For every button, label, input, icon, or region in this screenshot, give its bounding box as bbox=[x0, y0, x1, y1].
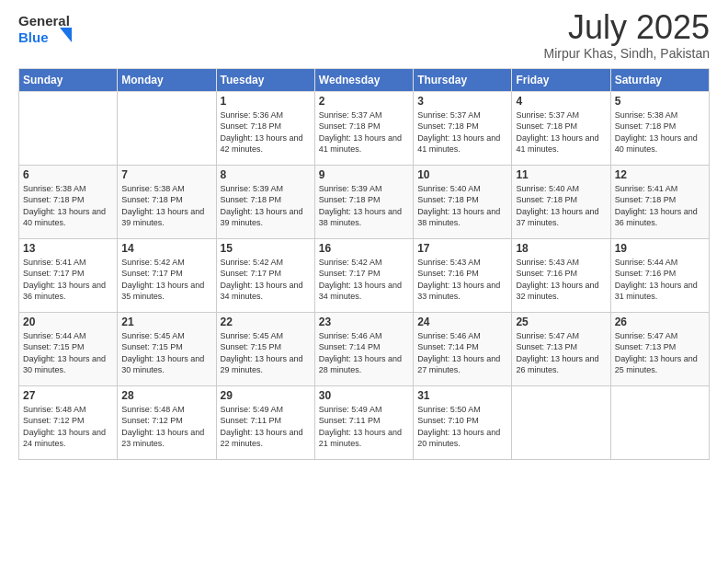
day-number: 22 bbox=[221, 316, 311, 328]
calendar-cell: 6Sunrise: 5:38 AM Sunset: 7:18 PM Daylig… bbox=[19, 165, 118, 238]
day-info: Sunrise: 5:45 AM Sunset: 7:15 PM Dayligh… bbox=[221, 330, 311, 376]
day-info: Sunrise: 5:38 AM Sunset: 7:18 PM Dayligh… bbox=[615, 109, 705, 155]
calendar-week-row: 20Sunrise: 5:44 AM Sunset: 7:15 PM Dayli… bbox=[19, 312, 710, 385]
calendar-cell bbox=[19, 91, 118, 165]
weekday-header: Saturday bbox=[610, 68, 709, 91]
calendar-week-row: 1Sunrise: 5:36 AM Sunset: 7:18 PM Daylig… bbox=[19, 91, 710, 165]
weekday-header: Wednesday bbox=[314, 68, 413, 91]
day-info: Sunrise: 5:38 AM Sunset: 7:18 PM Dayligh… bbox=[23, 183, 113, 229]
calendar-cell: 16Sunrise: 5:42 AM Sunset: 7:17 PM Dayli… bbox=[314, 238, 413, 312]
calendar-cell: 27Sunrise: 5:48 AM Sunset: 7:12 PM Dayli… bbox=[19, 385, 118, 459]
day-number: 27 bbox=[23, 389, 113, 402]
day-info: Sunrise: 5:46 AM Sunset: 7:14 PM Dayligh… bbox=[319, 330, 409, 376]
day-info: Sunrise: 5:42 AM Sunset: 7:17 PM Dayligh… bbox=[121, 257, 211, 303]
svg-text:General: General bbox=[18, 13, 70, 29]
weekday-header: Friday bbox=[512, 68, 610, 91]
logo: GeneralBlue bbox=[18, 9, 74, 46]
calendar-cell: 1Sunrise: 5:36 AM Sunset: 7:18 PM Daylig… bbox=[216, 91, 314, 165]
calendar-cell: 17Sunrise: 5:43 AM Sunset: 7:16 PM Dayli… bbox=[414, 238, 512, 312]
day-info: Sunrise: 5:41 AM Sunset: 7:17 PM Dayligh… bbox=[23, 257, 113, 303]
calendar-cell: 26Sunrise: 5:47 AM Sunset: 7:13 PM Dayli… bbox=[610, 312, 709, 385]
day-number: 8 bbox=[221, 168, 311, 181]
day-info: Sunrise: 5:42 AM Sunset: 7:17 PM Dayligh… bbox=[319, 257, 409, 303]
calendar-cell: 21Sunrise: 5:45 AM Sunset: 7:15 PM Dayli… bbox=[118, 312, 216, 385]
day-number: 15 bbox=[221, 242, 311, 255]
calendar-cell: 18Sunrise: 5:43 AM Sunset: 7:16 PM Dayli… bbox=[512, 238, 610, 312]
day-info: Sunrise: 5:44 AM Sunset: 7:16 PM Dayligh… bbox=[615, 257, 705, 303]
calendar-cell: 28Sunrise: 5:48 AM Sunset: 7:12 PM Dayli… bbox=[118, 385, 216, 459]
day-number: 21 bbox=[121, 316, 211, 328]
weekday-header: Tuesday bbox=[216, 68, 314, 91]
day-info: Sunrise: 5:47 AM Sunset: 7:13 PM Dayligh… bbox=[615, 330, 705, 376]
day-info: Sunrise: 5:41 AM Sunset: 7:18 PM Dayligh… bbox=[615, 183, 705, 229]
day-info: Sunrise: 5:38 AM Sunset: 7:18 PM Dayligh… bbox=[121, 183, 211, 229]
calendar-week-row: 13Sunrise: 5:41 AM Sunset: 7:17 PM Dayli… bbox=[19, 238, 710, 312]
calendar-cell: 8Sunrise: 5:39 AM Sunset: 7:18 PM Daylig… bbox=[216, 165, 314, 238]
day-number: 2 bbox=[319, 95, 409, 108]
day-number: 9 bbox=[319, 168, 409, 181]
calendar-cell: 24Sunrise: 5:46 AM Sunset: 7:14 PM Dayli… bbox=[414, 312, 512, 385]
day-info: Sunrise: 5:50 AM Sunset: 7:10 PM Dayligh… bbox=[417, 404, 507, 450]
weekday-header-row: SundayMondayTuesdayWednesdayThursdayFrid… bbox=[19, 68, 710, 91]
day-number: 25 bbox=[516, 316, 606, 328]
day-info: Sunrise: 5:46 AM Sunset: 7:14 PM Dayligh… bbox=[417, 330, 507, 376]
day-number: 7 bbox=[121, 168, 211, 181]
day-number: 23 bbox=[319, 316, 409, 328]
day-info: Sunrise: 5:37 AM Sunset: 7:18 PM Dayligh… bbox=[417, 109, 507, 155]
day-number: 12 bbox=[615, 168, 705, 181]
day-info: Sunrise: 5:43 AM Sunset: 7:16 PM Dayligh… bbox=[516, 257, 606, 303]
day-number: 30 bbox=[319, 389, 409, 402]
day-info: Sunrise: 5:36 AM Sunset: 7:18 PM Dayligh… bbox=[221, 109, 311, 155]
day-info: Sunrise: 5:40 AM Sunset: 7:18 PM Dayligh… bbox=[417, 183, 507, 229]
calendar-cell: 29Sunrise: 5:49 AM Sunset: 7:11 PM Dayli… bbox=[216, 385, 314, 459]
calendar-cell: 19Sunrise: 5:44 AM Sunset: 7:16 PM Dayli… bbox=[610, 238, 709, 312]
day-info: Sunrise: 5:49 AM Sunset: 7:11 PM Dayligh… bbox=[221, 404, 311, 450]
day-number: 13 bbox=[23, 242, 113, 255]
day-number: 18 bbox=[516, 242, 606, 255]
day-number: 24 bbox=[417, 316, 507, 328]
day-info: Sunrise: 5:37 AM Sunset: 7:18 PM Dayligh… bbox=[516, 109, 606, 155]
calendar-cell: 31Sunrise: 5:50 AM Sunset: 7:10 PM Dayli… bbox=[414, 385, 512, 459]
day-number: 5 bbox=[615, 95, 705, 108]
calendar-cell: 15Sunrise: 5:42 AM Sunset: 7:17 PM Dayli… bbox=[216, 238, 314, 312]
weekday-header: Monday bbox=[118, 68, 216, 91]
calendar-cell: 3Sunrise: 5:37 AM Sunset: 7:18 PM Daylig… bbox=[414, 91, 512, 165]
day-info: Sunrise: 5:40 AM Sunset: 7:18 PM Dayligh… bbox=[516, 183, 606, 229]
calendar-cell: 10Sunrise: 5:40 AM Sunset: 7:18 PM Dayli… bbox=[414, 165, 512, 238]
day-number: 17 bbox=[417, 242, 507, 255]
day-number: 3 bbox=[417, 95, 507, 108]
calendar-table: SundayMondayTuesdayWednesdayThursdayFrid… bbox=[18, 68, 710, 460]
day-info: Sunrise: 5:39 AM Sunset: 7:18 PM Dayligh… bbox=[319, 183, 409, 229]
weekday-header: Thursday bbox=[414, 68, 512, 91]
calendar-cell: 20Sunrise: 5:44 AM Sunset: 7:15 PM Dayli… bbox=[19, 312, 118, 385]
calendar-cell: 7Sunrise: 5:38 AM Sunset: 7:18 PM Daylig… bbox=[118, 165, 216, 238]
day-info: Sunrise: 5:49 AM Sunset: 7:11 PM Dayligh… bbox=[319, 404, 409, 450]
calendar-cell: 11Sunrise: 5:40 AM Sunset: 7:18 PM Dayli… bbox=[512, 165, 610, 238]
title-block: July 2025 Mirpur Khas, Sindh, Pakistan bbox=[543, 9, 710, 61]
calendar-cell: 25Sunrise: 5:47 AM Sunset: 7:13 PM Dayli… bbox=[512, 312, 610, 385]
calendar-cell bbox=[118, 91, 216, 165]
day-number: 16 bbox=[319, 242, 409, 255]
calendar-cell: 12Sunrise: 5:41 AM Sunset: 7:18 PM Dayli… bbox=[610, 165, 709, 238]
calendar-cell: 14Sunrise: 5:42 AM Sunset: 7:17 PM Dayli… bbox=[118, 238, 216, 312]
day-info: Sunrise: 5:44 AM Sunset: 7:15 PM Dayligh… bbox=[23, 330, 113, 376]
svg-text:Blue: Blue bbox=[18, 29, 49, 45]
day-info: Sunrise: 5:43 AM Sunset: 7:16 PM Dayligh… bbox=[417, 257, 507, 303]
location-subtitle: Mirpur Khas, Sindh, Pakistan bbox=[543, 46, 710, 61]
month-year-title: July 2025 bbox=[543, 9, 710, 46]
day-number: 26 bbox=[615, 316, 705, 328]
calendar-week-row: 27Sunrise: 5:48 AM Sunset: 7:12 PM Dayli… bbox=[19, 385, 710, 459]
day-number: 14 bbox=[121, 242, 211, 255]
day-number: 11 bbox=[516, 168, 606, 181]
day-number: 20 bbox=[23, 316, 113, 328]
svg-marker-2 bbox=[60, 28, 72, 42]
day-info: Sunrise: 5:37 AM Sunset: 7:18 PM Dayligh… bbox=[319, 109, 409, 155]
calendar-cell: 13Sunrise: 5:41 AM Sunset: 7:17 PM Dayli… bbox=[19, 238, 118, 312]
day-number: 1 bbox=[221, 95, 311, 108]
day-info: Sunrise: 5:47 AM Sunset: 7:13 PM Dayligh… bbox=[516, 330, 606, 376]
day-info: Sunrise: 5:42 AM Sunset: 7:17 PM Dayligh… bbox=[221, 257, 311, 303]
calendar-cell: 30Sunrise: 5:49 AM Sunset: 7:11 PM Dayli… bbox=[314, 385, 413, 459]
day-number: 31 bbox=[417, 389, 507, 402]
day-info: Sunrise: 5:39 AM Sunset: 7:18 PM Dayligh… bbox=[221, 183, 311, 229]
page-header: GeneralBlue July 2025 Mirpur Khas, Sindh… bbox=[18, 9, 710, 61]
